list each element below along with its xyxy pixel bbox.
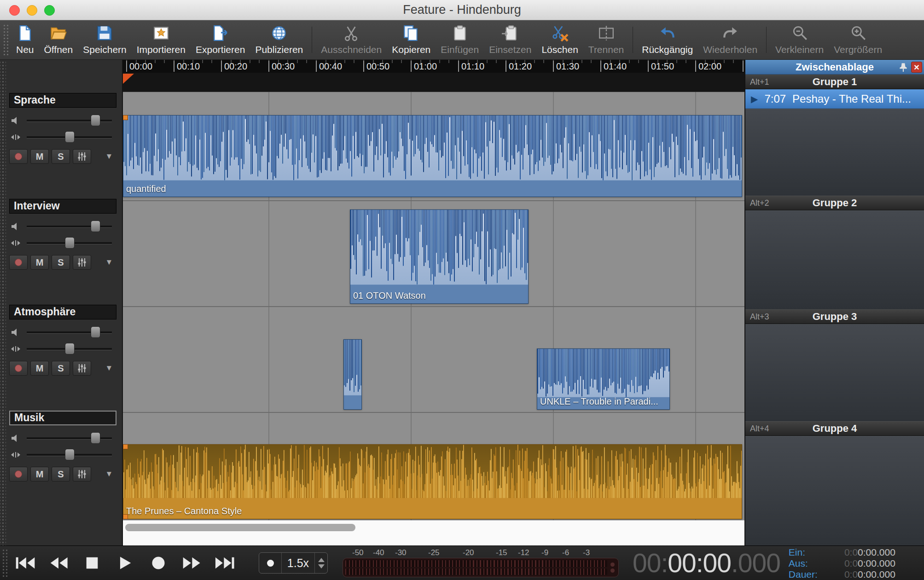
minimize-window-button[interactable]: [27, 5, 37, 16]
solo-button[interactable]: S: [52, 467, 70, 481]
toolbar-button-vergroessern[interactable]: Vergrößern: [829, 20, 887, 59]
track-name[interactable]: Atmosphäre: [9, 305, 116, 319]
mute-button[interactable]: M: [30, 255, 49, 270]
skip-start-button[interactable]: [9, 546, 42, 580]
mixer-button[interactable]: [73, 149, 91, 164]
toolbar-button-loeschen[interactable]: Löschen: [536, 20, 583, 59]
solo-button[interactable]: S: [52, 255, 70, 270]
track-options-caret[interactable]: ▼: [102, 149, 116, 164]
step-down-icon[interactable]: [318, 564, 325, 568]
rewind-button[interactable]: [42, 546, 76, 580]
zoom-window-button[interactable]: [44, 5, 55, 16]
clip-edit-handle[interactable]: [123, 115, 128, 120]
record-button[interactable]: [142, 546, 175, 580]
clip-edit-handle[interactable]: [123, 444, 128, 449]
play-item-icon[interactable]: ▶: [751, 93, 758, 104]
volume-slider[interactable]: [27, 114, 112, 127]
track-options-caret[interactable]: ▼: [102, 361, 116, 376]
track-name[interactable]: Interview: [9, 199, 116, 214]
toolbar-button-publizieren[interactable]: Publizieren: [250, 20, 308, 59]
toolbar-button-importieren[interactable]: Importieren: [132, 20, 191, 59]
volume-slider-handle[interactable]: [91, 432, 100, 444]
close-panel-button[interactable]: ✕: [911, 62, 922, 73]
playhead-flag-icon[interactable]: [123, 74, 134, 84]
marker-bar[interactable]: [123, 73, 744, 92]
toolbar-button-exportieren[interactable]: Exportieren: [191, 20, 250, 59]
track-options-caret[interactable]: ▼: [102, 467, 116, 481]
toolbar-button-speichern[interactable]: Speichern: [78, 20, 132, 59]
clipboard-item-peshay[interactable]: ▶ 7:07 Peshay - The Real Thi...: [745, 89, 924, 109]
play-button[interactable]: [109, 546, 142, 580]
toolbar-button-wiederholen[interactable]: Wiederholen: [698, 20, 762, 59]
mixer-button[interactable]: [73, 255, 91, 270]
track-name[interactable]: Musik: [9, 411, 116, 425]
toolbar-button-oeffnen[interactable]: Öffnen: [39, 20, 78, 59]
volume-slider[interactable]: [27, 432, 112, 445]
transport-drag-handle[interactable]: [2, 549, 8, 577]
meter-scale-label: -6: [562, 548, 569, 557]
horizontal-scrollbar[interactable]: [123, 520, 744, 545]
toolbar-button-einfuegen[interactable]: Einfügen: [436, 20, 484, 59]
timeline-ruler[interactable]: 00:00 00:10 00:20 00:30 00:40 00:50 01:0…: [123, 60, 744, 73]
pan-slider-handle[interactable]: [65, 343, 75, 354]
scrollbar-thumb[interactable]: [125, 524, 355, 531]
toolbar-button-einsetzen[interactable]: Einsetzen: [484, 20, 536, 59]
volume-slider-handle[interactable]: [91, 326, 100, 338]
pan-slider-handle[interactable]: [65, 449, 75, 460]
pan-slider[interactable]: [27, 131, 112, 144]
record-arm-button[interactable]: [9, 361, 28, 376]
mixer-button[interactable]: [73, 361, 91, 376]
volume-slider-handle[interactable]: [91, 115, 100, 126]
speed-value[interactable]: 1.5x: [281, 553, 314, 573]
clipboard-group-header-4[interactable]: Alt+4 Gruppe 4: [745, 421, 924, 436]
step-up-icon[interactable]: [318, 558, 325, 562]
panel-drag-handle[interactable]: [0, 60, 6, 545]
close-window-button[interactable]: [9, 5, 20, 16]
toolbar-separator: [633, 27, 633, 53]
toolbar-button-verkleinern[interactable]: Verkleinern: [770, 20, 829, 59]
pan-slider[interactable]: [27, 342, 112, 355]
pan-slider[interactable]: [27, 448, 112, 461]
clip-oton-watson[interactable]: 01 OTON Watson: [350, 209, 529, 304]
mute-button[interactable]: M: [30, 467, 49, 481]
clip-unnamed[interactable]: [343, 339, 362, 410]
toolbar-button-kopieren[interactable]: Kopieren: [387, 20, 436, 59]
volume-slider-handle[interactable]: [91, 220, 100, 232]
stop-button[interactable]: [76, 546, 109, 580]
mixer-button[interactable]: [73, 467, 91, 481]
record-arm-button[interactable]: [9, 255, 28, 270]
track-name[interactable]: Sprache: [9, 93, 116, 108]
record-arm-button[interactable]: [9, 467, 28, 481]
toolbar-drag-handle[interactable]: [3, 24, 9, 56]
record-icon: [151, 556, 166, 570]
pan-slider[interactable]: [27, 237, 112, 249]
speed-indicator-icon[interactable]: [259, 553, 281, 573]
pin-icon[interactable]: [898, 62, 908, 72]
solo-button[interactable]: S: [52, 361, 70, 376]
record-arm-button[interactable]: [9, 149, 28, 164]
main-toolbar: Neu Öffnen Speichern Importieren Exporti…: [0, 20, 924, 60]
clip-unkle[interactable]: UNKLE – Trouble in Paradi...: [537, 348, 670, 410]
mute-button[interactable]: M: [30, 361, 49, 376]
toolbar-button-neu[interactable]: Neu: [11, 20, 39, 59]
clip-prunes[interactable]: The Prunes – Cantona Style: [123, 444, 742, 519]
ruler-tick-label: 00:10: [174, 61, 200, 72]
pan-slider-handle[interactable]: [65, 131, 75, 143]
clip-quantified[interactable]: quantified: [123, 115, 742, 197]
clipboard-group-header-3[interactable]: Alt+3 Gruppe 3: [745, 309, 924, 324]
toolbar-button-ausschneiden[interactable]: Ausschneiden: [316, 20, 387, 59]
pan-slider-handle[interactable]: [65, 237, 75, 249]
volume-slider[interactable]: [27, 326, 112, 339]
speed-stepper[interactable]: [314, 553, 327, 573]
fast-forward-button[interactable]: [175, 546, 208, 580]
clipboard-group-header-2[interactable]: Alt+2 Gruppe 2: [745, 196, 924, 210]
toolbar-button-trennen[interactable]: Trennen: [583, 20, 629, 59]
toolbar-button-rueckgaengig[interactable]: Rückgängig: [637, 20, 698, 59]
volume-slider[interactable]: [27, 220, 112, 233]
meter-scale-label: -30: [395, 548, 407, 557]
track-options-caret[interactable]: ▼: [102, 255, 116, 270]
mute-button[interactable]: M: [30, 149, 49, 164]
skip-end-button[interactable]: [208, 546, 241, 580]
clipboard-group-header-1[interactable]: Alt+1 Gruppe 1: [745, 75, 924, 89]
solo-button[interactable]: S: [52, 149, 70, 164]
